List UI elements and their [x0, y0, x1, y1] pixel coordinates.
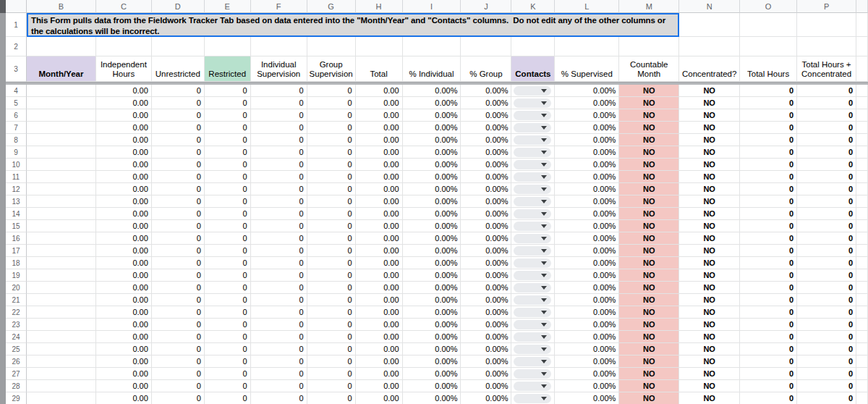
cell-E2[interactable] — [205, 37, 251, 56]
cell-F29[interactable]: 0 — [251, 392, 307, 404]
cell-N27[interactable]: NO — [679, 368, 740, 380]
cell-E9[interactable]: 0 — [205, 146, 251, 159]
cell-I15[interactable]: 0.00% — [403, 220, 461, 232]
cell-B19[interactable] — [27, 269, 96, 282]
cell-D4[interactable]: 0 — [152, 85, 205, 97]
cell-J9[interactable]: 0.00% — [461, 146, 511, 159]
cell-P11[interactable]: 0 — [797, 171, 856, 183]
cell-K23[interactable] — [511, 319, 555, 331]
cell-H17[interactable]: 0.00 — [356, 245, 403, 257]
cell-P4[interactable]: 0 — [797, 85, 856, 97]
cell-C12[interactable]: 0.00 — [96, 183, 152, 195]
cell-G19[interactable]: 0 — [307, 269, 356, 282]
cell-C16[interactable]: 0.00 — [96, 232, 152, 245]
cell-B23[interactable] — [27, 319, 96, 331]
cell-N13[interactable]: NO — [679, 195, 740, 208]
cell-L4[interactable]: 0.00% — [555, 85, 619, 97]
cell-J27[interactable]: 0.00% — [461, 368, 511, 380]
cell-O17[interactable]: 0 — [740, 245, 797, 257]
cell-q24[interactable] — [856, 331, 868, 343]
cell-B22[interactable] — [27, 306, 96, 319]
header-cell-I[interactable]: % Individual — [403, 56, 461, 82]
cell-B28[interactable] — [27, 380, 96, 392]
cell-H20[interactable]: 0.00 — [356, 282, 403, 294]
cell-L8[interactable]: 0.00% — [555, 134, 619, 146]
cell-O21[interactable]: 0 — [740, 294, 797, 306]
cell-M19[interactable]: NO — [619, 269, 679, 282]
cell-C13[interactable]: 0.00 — [96, 195, 152, 208]
cell-N26[interactable]: NO — [679, 355, 740, 368]
row-header-24[interactable]: 24 — [6, 331, 27, 343]
cell-L27[interactable]: 0.00% — [555, 368, 619, 380]
cell-K13[interactable] — [511, 195, 555, 208]
column-header-I[interactable]: I — [403, 0, 461, 13]
cell-D26[interactable]: 0 — [152, 355, 205, 368]
cell-O2[interactable] — [740, 37, 797, 56]
cell-K22[interactable] — [511, 306, 555, 319]
cell-P5[interactable]: 0 — [797, 97, 856, 109]
cell-P13[interactable]: 0 — [797, 195, 856, 208]
cell-q11[interactable] — [856, 171, 868, 183]
header-cell-P[interactable]: Total Hours + Concentrated — [797, 56, 856, 82]
cell-H4[interactable]: 0.00 — [356, 85, 403, 97]
cell-M7[interactable]: NO — [619, 122, 679, 134]
cell-M20[interactable]: NO — [619, 282, 679, 294]
cell-J13[interactable]: 0.00% — [461, 195, 511, 208]
cell-P22[interactable]: 0 — [797, 306, 856, 319]
cell-D17[interactable]: 0 — [152, 245, 205, 257]
cell-G26[interactable]: 0 — [307, 355, 356, 368]
cell-I26[interactable]: 0.00% — [403, 355, 461, 368]
cell-G12[interactable]: 0 — [307, 183, 356, 195]
cell-P18[interactable]: 0 — [797, 257, 856, 269]
cell-H29[interactable]: 0.00 — [356, 392, 403, 404]
row-header-21[interactable]: 21 — [6, 294, 27, 306]
cell-K11[interactable] — [511, 171, 555, 183]
cell-H26[interactable]: 0.00 — [356, 355, 403, 368]
cell-E8[interactable]: 0 — [205, 134, 251, 146]
contacts-dropdown[interactable] — [514, 135, 551, 145]
cell-P23[interactable]: 0 — [797, 319, 856, 331]
cell-D13[interactable]: 0 — [152, 195, 205, 208]
cell-J5[interactable]: 0.00% — [461, 97, 511, 109]
cell-J23[interactable]: 0.00% — [461, 319, 511, 331]
cell-L24[interactable]: 0.00% — [555, 331, 619, 343]
cell-F18[interactable]: 0 — [251, 257, 307, 269]
cell-G10[interactable]: 0 — [307, 159, 356, 171]
cell-B29[interactable] — [27, 392, 96, 404]
cell-M24[interactable]: NO — [619, 331, 679, 343]
cell-q6[interactable] — [856, 109, 868, 122]
cell-G11[interactable]: 0 — [307, 171, 356, 183]
header-cell-K[interactable]: Contacts — [511, 56, 555, 82]
cell-E15[interactable]: 0 — [205, 220, 251, 232]
cell-q28[interactable] — [856, 380, 868, 392]
cell-M2[interactable] — [619, 37, 679, 56]
cell-q10[interactable] — [856, 159, 868, 171]
cell-G5[interactable]: 0 — [307, 97, 356, 109]
cell-K5[interactable] — [511, 97, 555, 109]
cell-H28[interactable]: 0.00 — [356, 380, 403, 392]
cell-O4[interactable]: 0 — [740, 85, 797, 97]
cell-H16[interactable]: 0.00 — [356, 232, 403, 245]
cell-B12[interactable] — [27, 183, 96, 195]
cell-I16[interactable]: 0.00% — [403, 232, 461, 245]
cell-J10[interactable]: 0.00% — [461, 159, 511, 171]
cell-q27[interactable] — [856, 368, 868, 380]
cell-J11[interactable]: 0.00% — [461, 171, 511, 183]
cell-D6[interactable]: 0 — [152, 109, 205, 122]
cell-P24[interactable]: 0 — [797, 331, 856, 343]
note-cell[interactable]: This Form pulls data from the Fieldwork … — [27, 13, 679, 37]
cell-J15[interactable]: 0.00% — [461, 220, 511, 232]
cell-M27[interactable]: NO — [619, 368, 679, 380]
cell-D5[interactable]: 0 — [152, 97, 205, 109]
cell-C6[interactable]: 0.00 — [96, 109, 152, 122]
contacts-dropdown[interactable] — [514, 234, 551, 243]
cell-G7[interactable]: 0 — [307, 122, 356, 134]
row-header-9[interactable]: 9 — [6, 146, 27, 159]
cell-I18[interactable]: 0.00% — [403, 257, 461, 269]
cell-L23[interactable]: 0.00% — [555, 319, 619, 331]
cell-K15[interactable] — [511, 220, 555, 232]
cell-K16[interactable] — [511, 232, 555, 245]
cell-q20[interactable] — [856, 282, 868, 294]
cell-L29[interactable]: 0.00% — [555, 392, 619, 404]
cell-D11[interactable]: 0 — [152, 171, 205, 183]
